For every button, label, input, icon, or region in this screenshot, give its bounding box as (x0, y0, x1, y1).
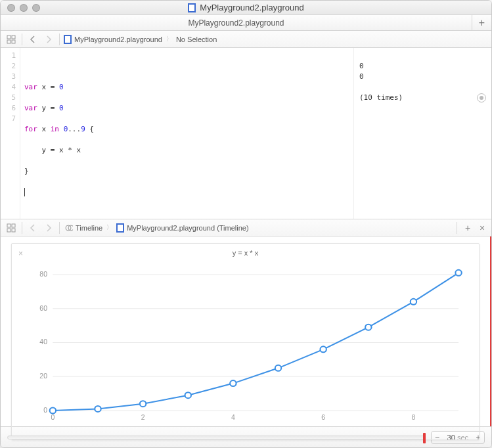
svg-text:80: 80 (39, 271, 47, 278)
svg-point-34 (185, 392, 191, 398)
svg-text:8: 8 (412, 414, 416, 421)
breadcrumb[interactable]: MyPlayground2.playground 〉 No Selection (64, 35, 217, 44)
svg-rect-8 (7, 224, 11, 227)
breadcrumb-selection: No Selection (176, 35, 217, 43)
back-button[interactable] (26, 33, 39, 46)
related-items-icon[interactable] (5, 33, 18, 46)
forward-button[interactable] (42, 33, 55, 46)
playhead-marker[interactable] (423, 433, 426, 443)
svg-point-39 (411, 299, 416, 305)
svg-text:6: 6 (321, 414, 325, 421)
app-window: MyPlayground2.playground MyPlayground2.p… (0, 0, 492, 448)
playground-file-icon (188, 3, 196, 12)
timeline-toolbar: Timeline 〉 MyPlayground2.playground (Tim… (1, 219, 491, 236)
svg-text:2: 2 (141, 414, 145, 421)
editor-toolbar: MyPlayground2.playground 〉 No Selection (1, 31, 491, 48)
timeline-breadcrumb[interactable]: Timeline 〉 MyPlayground2.playground (Tim… (64, 223, 249, 233)
playground-file-icon (116, 223, 124, 233)
tab-main-label: MyPlayground2.playground (188, 18, 284, 28)
tab-main[interactable]: MyPlayground2.playground (1, 18, 472, 28)
code-editor[interactable]: var x = 0 var y = 0 for x in 0...9 { y =… (20, 48, 353, 219)
svg-rect-10 (7, 229, 11, 232)
zoom-window-button[interactable] (32, 4, 40, 12)
document-tabs: MyPlayground2.playground + (1, 15, 491, 31)
svg-rect-7 (65, 36, 70, 43)
traffic-lights[interactable] (7, 4, 40, 12)
results-sidebar: 0 0 (10 times) (353, 48, 491, 219)
back-button[interactable] (26, 221, 39, 235)
result-line-3: (10 times) (359, 93, 403, 103)
line-gutter: 1 2 3 4 5 6 7 (1, 48, 20, 219)
svg-text:0: 0 (43, 407, 47, 414)
svg-text:60: 60 (39, 305, 47, 312)
timeline-icon (64, 223, 73, 233)
svg-rect-11 (12, 229, 15, 232)
svg-point-36 (275, 365, 281, 371)
svg-point-35 (230, 380, 236, 386)
minimize-window-button[interactable] (20, 4, 28, 12)
chevron-right-icon: 〉 (165, 35, 173, 43)
close-pane-button[interactable]: × (477, 223, 487, 233)
timeline-breadcrumb-b: MyPlayground2.playground (Timeline) (127, 224, 248, 232)
svg-rect-5 (12, 40, 15, 43)
svg-text:20: 20 (39, 372, 47, 380)
svg-text:4: 4 (231, 414, 235, 421)
svg-point-32 (95, 406, 101, 412)
svg-point-37 (320, 346, 326, 352)
svg-rect-4 (7, 40, 11, 43)
svg-text:0: 0 (51, 414, 55, 421)
svg-rect-2 (7, 35, 11, 39)
svg-point-40 (455, 270, 461, 276)
quicklook-icon[interactable] (477, 93, 486, 102)
playground-file-icon (64, 35, 72, 44)
svg-point-38 (365, 325, 371, 330)
titlebar[interactable]: MyPlayground2.playground (1, 1, 491, 15)
card-close-button[interactable]: × (18, 249, 23, 258)
svg-point-31 (50, 408, 56, 414)
svg-rect-9 (12, 224, 15, 227)
svg-rect-3 (12, 35, 15, 39)
result-line-1: 0 (359, 61, 486, 72)
breadcrumb-file: MyPlayground2.playground (74, 35, 162, 43)
add-pane-button[interactable]: + (462, 223, 473, 233)
add-tab-button[interactable]: + (472, 15, 491, 30)
timeline-breadcrumb-a: Timeline (76, 224, 102, 232)
svg-point-33 (140, 401, 146, 407)
chart-title: y = x * x (18, 249, 472, 257)
chart-card: × y = x * x 02040608002468 (11, 243, 480, 440)
chart-area: 02040608002468 (18, 259, 472, 430)
result-line-2: 0 (359, 72, 486, 82)
forward-button[interactable] (42, 221, 55, 235)
timeline-body: × y = x * x 02040608002468 (1, 236, 491, 426)
svg-rect-1 (189, 5, 194, 11)
window-title: MyPlayground2.playground (200, 3, 303, 12)
chevron-right-icon: 〉 (105, 223, 114, 232)
editor-row: 1 2 3 4 5 6 7 var x = 0 var y = 0 for x … (1, 48, 491, 219)
related-items-icon[interactable] (5, 221, 18, 235)
svg-rect-15 (118, 225, 123, 231)
timeline-scrubber[interactable] (7, 436, 426, 439)
svg-text:40: 40 (39, 339, 47, 346)
close-window-button[interactable] (7, 4, 15, 12)
